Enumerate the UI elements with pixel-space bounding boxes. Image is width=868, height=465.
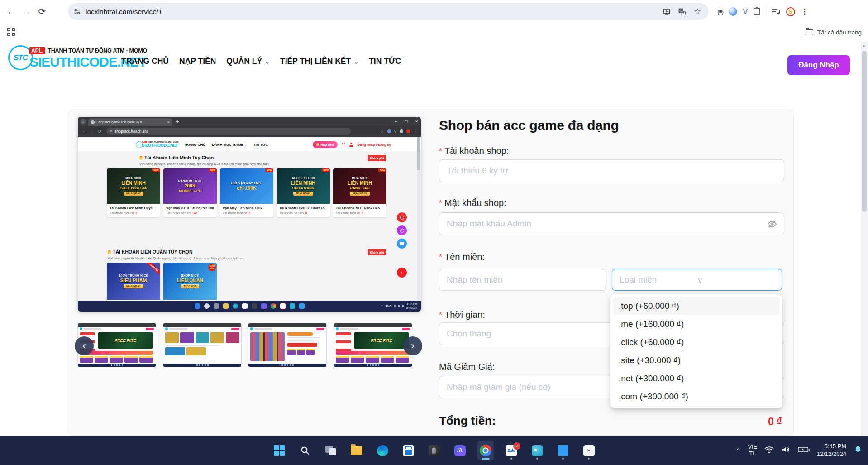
- coin-icon: [316, 143, 319, 146]
- forward-icon[interactable]: →: [19, 4, 34, 19]
- mini-tray-chevron: ⌃: [381, 304, 383, 308]
- mini-page-content: STC APL. THANH TOÁN TỰ ĐỘNG ATM - MOMO S…: [78, 137, 421, 301]
- screen: ← → ⟳ locxinhtrai.com/service/1 G ☆ {≡} …: [0, 0, 868, 465]
- mini-window-controls: ─ ▢ ✕: [395, 117, 418, 126]
- extension-brackets-icon[interactable]: {≡}: [717, 8, 723, 15]
- login-button[interactable]: Đăng Nhập: [787, 55, 850, 75]
- preview-thumbnail-3[interactable]: [248, 323, 327, 367]
- battery-icon[interactable]: [798, 446, 810, 455]
- extension-vue-icon[interactable]: V: [743, 7, 748, 16]
- mini-product-card: GIẢM 30%SHOP NICKLIÊN QUÂNTỰ CHỌN NICK L…: [163, 263, 217, 301]
- zalo-icon: [397, 239, 407, 249]
- address-bar[interactable]: locxinhtrai.com/service/1 G ☆: [68, 3, 709, 20]
- chevron-down-icon: ⌄: [353, 58, 358, 65]
- install-app-icon[interactable]: [661, 8, 672, 16]
- mini-back-icon: ←: [82, 129, 86, 134]
- idm-s-icon[interactable]: S: [786, 7, 795, 16]
- start-button[interactable]: [271, 441, 287, 460]
- mini-product-card: NEWMUA NICKLIÊN MINHSALE NỬA GIÁMUA NGAY…: [107, 168, 160, 217]
- apps-grid-icon[interactable]: [7, 28, 15, 36]
- reload-icon[interactable]: ⟳: [34, 4, 50, 19]
- windows-taskbar: /A Zalo5+ ✂ ⌃ VIE TL 5:45 PM: [0, 436, 868, 465]
- domain-name-input[interactable]: [439, 269, 606, 291]
- domain-type-select[interactable]: Loại miền ∨: [612, 269, 782, 291]
- mini-new-tab-icon: +: [176, 119, 179, 124]
- carousel-prev-button[interactable]: ‹: [75, 336, 94, 355]
- mini-maximize-icon: ▢: [405, 120, 408, 124]
- mini-user-icon: [349, 143, 353, 147]
- mini-start-icon: [195, 303, 200, 309]
- dark-app-icon[interactable]: [426, 441, 442, 460]
- mini-ext-icon: [387, 129, 391, 133]
- mini-close-icon: ✕: [415, 120, 418, 124]
- preview-thumbnail-4[interactable]: FREE FIRE: [334, 323, 412, 367]
- notification-bell-icon[interactable]: [854, 445, 863, 456]
- file-explorer-icon[interactable]: [348, 441, 365, 460]
- mini-titlebar: ⌄ Shop acc game liên quân uy tí ✕ + ─ ▢ …: [78, 117, 421, 126]
- microsoft-store-icon[interactable]: [400, 441, 416, 460]
- reading-list-icon[interactable]: [772, 8, 781, 15]
- required-mark: *: [439, 311, 442, 320]
- snipping-tool-icon[interactable]: ✂: [581, 441, 597, 460]
- vscode-icon[interactable]: [555, 441, 571, 460]
- page-scrollbar-thumb[interactable]: [862, 51, 867, 212]
- edge-icon[interactable]: [374, 441, 391, 460]
- mini-toolbar: ← → ⟳ ⇄ shopnick.fteach.site: [78, 126, 421, 137]
- elephant-app-icon[interactable]: [529, 441, 545, 460]
- scrollbar-up-arrow[interactable]: ▲: [862, 43, 866, 48]
- preview-thumbnail-2[interactable]: [163, 323, 242, 367]
- service-preview-screenshot[interactable]: ⌄ Shop acc game liên quân uy tí ✕ + ─ ▢ …: [78, 117, 421, 312]
- url-text[interactable]: locxinhtrai.com/service/1: [86, 8, 657, 16]
- domain-option-net[interactable]: .net (+300.000 ₫): [613, 369, 780, 388]
- main-nav: TRANG CHỦ NẠP TIỀN QUẢN LÝ⌄ TIẾP THỊ LIÊ…: [121, 42, 401, 81]
- task-view-button[interactable]: [323, 441, 339, 460]
- mini-edge-icon: [233, 303, 238, 309]
- nav-item-topup[interactable]: NẠP TIỀN: [179, 57, 216, 66]
- nav-label: NẠP TIỀN: [179, 57, 216, 66]
- domain-option-com[interactable]: .com (+300.000 ₫): [613, 388, 780, 406]
- mini-tray-clock: 4:32 PM 6/4/2024: [406, 302, 417, 310]
- mini-product-card: NEWRANDOM ĐTCL200KMOBILE - PC Vận May ĐT…: [163, 168, 217, 217]
- translate-icon[interactable]: G: [676, 8, 688, 16]
- domain-option-site[interactable]: .site (+30.000 ₫): [613, 351, 780, 369]
- back-icon[interactable]: ←: [4, 4, 19, 19]
- nav-item-home[interactable]: TRANG CHỦ: [121, 57, 169, 66]
- chrome-icon[interactable]: [477, 441, 494, 460]
- domain-option-click[interactable]: .click (+60.000 ₫): [613, 333, 780, 351]
- bookmark-star-icon[interactable]: ☆: [692, 6, 703, 17]
- mini-address-bar: ⇄ shopnick.fteach.site: [106, 128, 351, 135]
- account-input[interactable]: [439, 159, 784, 182]
- extension-globe-icon[interactable]: [729, 7, 737, 16]
- domain-option-top[interactable]: .top (+60.000 ₫): [613, 297, 780, 315]
- zalo-icon[interactable]: Zalo5+: [503, 441, 520, 460]
- carousel-next-button[interactable]: ›: [403, 336, 422, 355]
- tray-overflow-chevron[interactable]: ⌃: [736, 447, 741, 454]
- nav-item-affiliate[interactable]: TIẾP THỊ LIÊN KẾT⌄: [280, 57, 358, 66]
- domain-type-placeholder: Loại miền: [620, 275, 697, 285]
- extensions-area: {≡} V S ⋮: [717, 3, 809, 20]
- mini-toolbar-icons: ☆ V ⋮: [381, 126, 417, 137]
- wifi-icon[interactable]: [764, 446, 774, 455]
- site-settings-icon[interactable]: [73, 8, 81, 15]
- password-visibility-icon[interactable]: [767, 219, 777, 231]
- required-mark: *: [439, 199, 442, 208]
- total-label: Tổng tiền:: [439, 414, 496, 428]
- extension-clipboard-icon[interactable]: [754, 8, 760, 15]
- bookmarks-bar: Tất cả dấu trang: [0, 23, 868, 42]
- nav-item-manage[interactable]: QUẢN LÝ⌄: [226, 57, 270, 66]
- mini-auth-links: Đăng nhập / Đăng ký: [358, 143, 391, 147]
- flame-icon: [139, 156, 143, 160]
- clock[interactable]: 5:45 PM 12/12/2024: [817, 443, 846, 458]
- nav-item-news[interactable]: TIN TỨC: [369, 57, 401, 66]
- via-browser-icon[interactable]: /A: [452, 441, 468, 460]
- search-icon[interactable]: [297, 441, 313, 460]
- language-indicator[interactable]: VIE TL: [748, 444, 757, 457]
- domain-option-me[interactable]: .me (+160.000 ₫): [613, 315, 780, 333]
- all-bookmarks[interactable]: Tất cả dấu trang: [801, 27, 862, 37]
- browser-menu-icon[interactable]: ⋮: [801, 7, 809, 17]
- thumbnail-banner-text: FREE FIRE: [371, 338, 392, 343]
- volume-icon[interactable]: [781, 446, 791, 455]
- chevron-down-icon: ⌄: [245, 143, 247, 146]
- mini-section1-title: Tài Khoản Liên Minh Tuỳ Chọn: [139, 155, 214, 160]
- password-input[interactable]: [439, 212, 784, 235]
